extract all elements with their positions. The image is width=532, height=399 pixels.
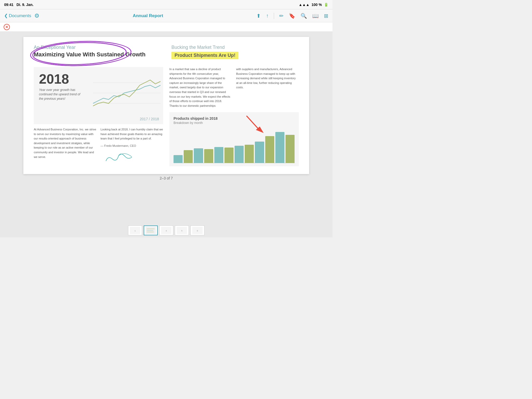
bar-item [275, 132, 284, 163]
share-icon[interactable]: ↑ [266, 13, 269, 19]
chevron-left-icon: ❮ [4, 13, 8, 18]
svg-text:4: 4 [166, 230, 167, 232]
thumbnail-strip: 1 4 5 6 [0, 223, 332, 237]
bar-chart-subtitle: Breakdown by month [174, 121, 295, 125]
bucking-text: In a market that saw a decline of produc… [169, 67, 299, 108]
svg-text:1: 1 [135, 230, 136, 232]
chart-caption: Year over year growth has continued the … [39, 88, 81, 101]
battery-icon: 🔋 [324, 3, 328, 7]
book-icon[interactable]: 📖 [312, 13, 319, 19]
bar-item [204, 149, 213, 163]
back-label: Documents [9, 13, 31, 18]
bucking-col2: with suppliers and manufacturers, Advanc… [236, 67, 299, 108]
status-bar: 09:41 Di. 9. Jan. ▲▲▲ 100 % 🔋 [0, 0, 332, 9]
bar-item [174, 155, 183, 163]
page-indicator: 2–3 of 7 [158, 174, 175, 182]
left-header: An Exceptional Year Maximizing Value Wit… [34, 45, 161, 62]
edit-icon[interactable]: ✏ [279, 13, 284, 19]
bucking-title: Bucking the Market Trend [171, 45, 299, 50]
bar-item [214, 147, 223, 163]
nav-left: ❮ Documents ⚙ [4, 12, 39, 19]
settings-icon[interactable]: ⚙ [34, 12, 39, 19]
thumbnail-5[interactable]: 6 [190, 225, 204, 235]
close-button[interactable]: ✕ [4, 24, 10, 30]
nav-title: Annual Report [133, 13, 163, 18]
left-bottom: At Advanced Business Corporation, Inc. w… [34, 127, 163, 164]
bar-chart-box: Products shipped in 2018 Breakdown by mo… [169, 112, 299, 166]
bar-item [265, 136, 274, 163]
bar-item [235, 146, 244, 163]
time: 09:41 [4, 3, 14, 7]
bar-item [224, 148, 234, 163]
date: Di. 9. Jan. [16, 3, 33, 7]
exceptional-year-subtitle: Maximizing Value With Sustained Growth [34, 51, 161, 58]
right-header: Bucking the Market Trend Product Shipmen… [171, 45, 299, 62]
status-time: 09:41 Di. 9. Jan. [4, 3, 34, 7]
bar-chart-area [174, 127, 295, 163]
doc-header: An Exceptional Year Maximizing Value Wit… [34, 45, 299, 62]
ceo-name: — Fredo Mustermann, CEO [101, 144, 163, 147]
grid-icon[interactable]: ⊞ [324, 13, 328, 19]
bar-item [255, 142, 264, 163]
thumbnail-4[interactable]: 5 [175, 225, 189, 235]
battery-level: 100 % [311, 3, 322, 7]
line-chart [93, 72, 161, 116]
thumbnail-1[interactable]: 1 [128, 225, 142, 235]
bar-item [245, 145, 254, 163]
bar-baseline [174, 163, 295, 163]
nav-bar: ❮ Documents ⚙ Annual Report ⬆ ↑ ✏ 🔖 🔍 📖 … [0, 9, 332, 22]
nav-divider [274, 13, 274, 19]
bar-item [184, 150, 193, 163]
left-top: 2018 Year over year growth has continued… [34, 67, 163, 166]
svg-text:6: 6 [197, 230, 198, 232]
back-button[interactable]: ❮ Documents [4, 13, 31, 18]
svg-text:5: 5 [181, 230, 183, 232]
line-chart-svg [93, 72, 161, 114]
exceptional-year-title: An Exceptional Year [34, 45, 161, 50]
right-column: In a market that saw a decline of produc… [169, 67, 299, 166]
bar-chart-title: Products shipped in 2018 [174, 116, 295, 121]
status-right: ▲▲▲ 100 % 🔋 [299, 3, 328, 7]
bar-item [285, 135, 295, 163]
doc-content: 2018 Year over year growth has continued… [34, 67, 299, 166]
bookmark-icon[interactable]: 🔖 [289, 13, 295, 19]
chart-period-label: 2017 / 2018 [140, 117, 159, 121]
thumbnail-3[interactable]: 4 [159, 225, 173, 235]
ceo-section: Looking back at 2018, I can humbly claim… [101, 127, 163, 164]
signature-svg [103, 149, 135, 165]
bar-item [194, 148, 203, 163]
shipments-highlight: Product Shipments Are Up! [171, 52, 238, 59]
wifi-icon: ▲▲▲ [299, 3, 310, 7]
nav-actions: ⬆ ↑ ✏ 🔖 🔍 📖 ⊞ [256, 13, 328, 19]
bucking-col1: In a market that saw a decline of produc… [169, 67, 232, 108]
search-icon[interactable]: 🔍 [301, 13, 307, 19]
document-page: An Exceptional Year Maximizing Value Wit… [23, 37, 309, 174]
ceo-quote: Looking back at 2018, I can humbly claim… [101, 127, 163, 141]
close-bar: ✕ [0, 22, 332, 32]
document-area: An Exceptional Year Maximizing Value Wit… [0, 32, 332, 223]
thumbnail-2[interactable] [144, 225, 158, 235]
company-description: At Advanced Business Corporation, Inc. w… [34, 127, 96, 164]
ceo-signature [103, 147, 164, 167]
chart-box: 2018 Year over year growth has continued… [34, 67, 163, 124]
upload-icon[interactable]: ⬆ [256, 13, 261, 19]
